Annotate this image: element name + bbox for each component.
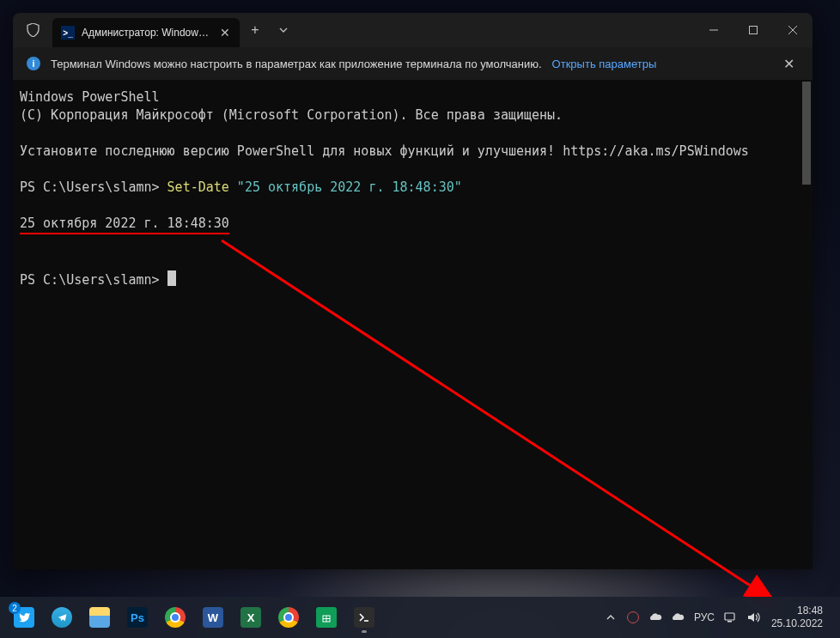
taskbar-word[interactable]: W xyxy=(196,600,230,635)
maximize-button[interactable] xyxy=(733,13,773,47)
tray-app-icon[interactable] xyxy=(624,600,642,635)
taskbar-excel[interactable]: X xyxy=(234,600,268,635)
system-tray: РУС 18:48 25.10.2022 xyxy=(601,600,835,635)
terminal-window: >_ Администратор: Windows Po ✕ + i Терми… xyxy=(13,13,813,569)
taskbar-telegram[interactable] xyxy=(45,600,79,635)
new-tab-button[interactable]: + xyxy=(240,13,271,47)
tray-overflow-icon[interactable] xyxy=(601,600,620,635)
taskbar-sheets[interactable] xyxy=(309,600,344,635)
info-bar: i Терминал Windows можно настроить в пар… xyxy=(13,47,813,80)
info-message: Терминал Windows можно настроить в парам… xyxy=(51,58,542,70)
svg-rect-9 xyxy=(725,613,734,620)
powershell-icon: >_ xyxy=(61,26,75,39)
tray-cloud-icon[interactable] xyxy=(668,600,687,635)
tab-powershell[interactable]: >_ Администратор: Windows Po ✕ xyxy=(52,18,240,47)
term-prompt: PS C:\Users\slamn> xyxy=(20,272,176,288)
term-prompt: PS C:\Users\slamn> xyxy=(20,179,167,195)
tab-menu-button[interactable] xyxy=(271,13,296,47)
tab-title: Администратор: Windows Po xyxy=(82,27,210,39)
scrollbar[interactable] xyxy=(800,80,813,569)
term-command: Set-Date xyxy=(167,179,229,195)
taskbar-chrome[interactable] xyxy=(271,600,306,635)
info-close-button[interactable]: ✕ xyxy=(778,53,799,74)
terminal-output[interactable]: Windows PowerShell (C) Корпорация Майкро… xyxy=(13,80,800,569)
tray-volume-icon[interactable] xyxy=(744,600,763,635)
taskbar-twitter[interactable]: 2 xyxy=(7,600,41,635)
tray-time: 18:48 xyxy=(771,605,823,617)
term-line: (C) Корпорация Майкрософт (Microsoft Cor… xyxy=(20,107,563,123)
taskbar[interactable]: 2 Ps W X РУС 18:48 25.10.2022 xyxy=(0,597,840,638)
svg-rect-10 xyxy=(727,621,732,623)
terminal-body[interactable]: Windows PowerShell (C) Корпорация Майкро… xyxy=(13,80,813,569)
titlebar[interactable]: >_ Администратор: Windows Po ✕ + xyxy=(13,13,813,47)
term-line: Windows PowerShell xyxy=(20,89,160,105)
shield-icon xyxy=(13,13,52,47)
info-icon: i xyxy=(27,57,40,70)
tray-network-icon[interactable] xyxy=(721,600,740,635)
scrollbar-thumb[interactable] xyxy=(802,82,811,185)
svg-rect-1 xyxy=(750,27,758,34)
minimize-button[interactable] xyxy=(694,13,733,47)
term-line: Установите последнюю версию PowerShell д… xyxy=(20,143,749,159)
tab-close-button[interactable]: ✕ xyxy=(217,25,233,40)
term-output-highlighted: 25 октября 2022 г. 18:48:30 xyxy=(20,215,229,234)
close-window-button[interactable] xyxy=(773,13,813,47)
taskbar-explorer[interactable] xyxy=(82,600,117,635)
twitter-badge: 2 xyxy=(9,602,21,614)
tray-language[interactable]: РУС xyxy=(691,600,718,635)
tray-date: 25.10.2022 xyxy=(771,617,823,630)
taskbar-photoshop[interactable]: Ps xyxy=(120,600,155,635)
open-settings-link[interactable]: Открыть параметры xyxy=(552,58,657,70)
tray-onedrive-icon[interactable] xyxy=(646,600,665,635)
taskbar-terminal[interactable] xyxy=(347,600,381,635)
term-arg: "25 октябрь 2022 г. 18:48:30" xyxy=(229,179,462,195)
tray-clock[interactable]: 18:48 25.10.2022 xyxy=(766,605,828,630)
taskbar-chrome-alt[interactable] xyxy=(158,600,192,635)
